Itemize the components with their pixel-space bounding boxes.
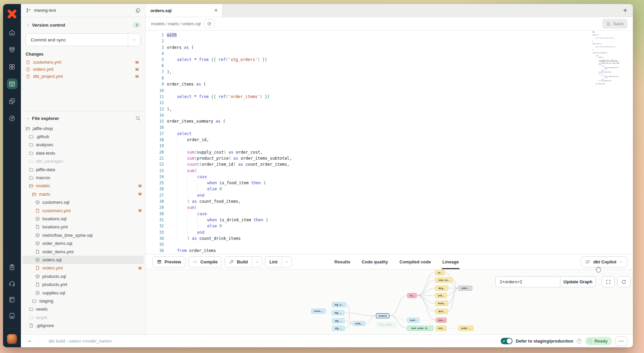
code-editor[interactable]: 1with23orders as (45select * from {{ ref… [146, 31, 633, 254]
refresh-button[interactable] [617, 276, 631, 287]
tree-item-products.yml[interactable]: products.yml [23, 280, 144, 288]
lineage-node[interactable]: larg... [435, 286, 448, 291]
tab-lineage[interactable]: Lineage [442, 254, 459, 269]
tree-item-.github[interactable]: .github [23, 132, 144, 140]
lineage-node[interactable]: ecom.... [311, 309, 326, 314]
lineage-node[interactable]: cus... [436, 318, 447, 323]
tab-orders-sql[interactable]: orders.sql × [146, 4, 223, 17]
tree-item-customers.yml[interactable]: customers.ymlM [23, 206, 144, 215]
tree-item-order_items.sql[interactable]: order_items.sql [23, 239, 144, 247]
lint-options-caret[interactable] [282, 257, 292, 267]
token: ) [187, 236, 189, 241]
file-explorer-header[interactable]: File explorer [21, 112, 145, 124]
tree-item-jaffle-shop[interactable]: jaffle-shop [23, 124, 144, 132]
close-icon[interactable]: × [214, 8, 217, 13]
lineage-node[interactable]: or... [435, 270, 445, 275]
open-in-lineage-button[interactable] [204, 19, 214, 28]
changed-file[interactable]: customers.ymlM [26, 59, 141, 66]
dbt-copilot-button[interactable]: dbt Copilot [581, 256, 627, 267]
lineage-node[interactable]: ord... [435, 293, 447, 298]
line-number: 4 [146, 51, 164, 57]
lineage-selector-input[interactable] [496, 277, 560, 287]
lineage-node[interactable]: drin... [435, 309, 448, 314]
nav-item-apps[interactable] [7, 61, 18, 72]
preview-button[interactable]: Preview [152, 256, 185, 267]
changed-file-name: dbt_project.yml [33, 74, 63, 79]
save-button[interactable]: Save [602, 19, 627, 29]
tree-item-locations.sql[interactable]: locations.sql [23, 215, 144, 223]
tree-item-customers.sql[interactable]: customers.sql [23, 198, 144, 206]
nav-item-docs[interactable] [7, 294, 18, 305]
tree-item-supplies.sql[interactable]: supplies.sql [23, 289, 144, 297]
new-tab-button[interactable]: + [623, 7, 627, 14]
lineage-node[interactable]: orders [376, 313, 389, 318]
tree-item-orders.yml[interactable]: orders.ymlM [23, 264, 144, 272]
nav-item-support[interactable] [7, 278, 18, 289]
commit-and-sync-button[interactable]: Commit and sync [26, 33, 141, 46]
tree-item-metricflow_time_spine.sql[interactable]: metricflow_time_spine.sql [23, 231, 144, 239]
info-icon[interactable]: ? [577, 339, 582, 344]
nav-item-orchestration[interactable] [7, 96, 18, 106]
nav-item-workspace[interactable] [7, 310, 18, 321]
lint-button[interactable]: Lint [265, 256, 292, 267]
lineage-node[interactable]: test_order_it... [407, 326, 433, 331]
lineage-node[interactable]: new_cu... [435, 278, 453, 283]
tab-compiled-code[interactable]: Compiled code [400, 254, 431, 269]
avatar[interactable] [7, 334, 17, 344]
tree-item-.gitignore[interactable]: .gitignore [23, 321, 144, 329]
more-options-button[interactable]: ··· [615, 336, 627, 346]
search-icon[interactable] [135, 116, 141, 121]
tab-results[interactable]: Results [334, 254, 350, 269]
nav-item-home[interactable] [7, 27, 18, 38]
dbt-logo-icon[interactable] [6, 8, 18, 20]
nav-item-ide[interactable] [7, 78, 18, 89]
lineage-node[interactable]: orde... [458, 286, 472, 291]
lineage-node[interactable]: stg_... [332, 326, 345, 331]
file-icon [35, 224, 40, 229]
nav-item-changelog[interactable] [7, 262, 18, 272]
duplicate-icon[interactable] [135, 8, 141, 13]
tab-code-quality[interactable]: Code quality [362, 254, 388, 269]
tree-item-jaffle-data[interactable]: jaffle-data [23, 165, 144, 173]
tree-item-data-tests[interactable]: data-tests [23, 149, 144, 157]
changed-file[interactable]: dbt_project.ymlM [26, 73, 141, 80]
tree-item-staging[interactable]: staging [23, 297, 144, 305]
fullscreen-button[interactable] [602, 276, 615, 287]
build-options-caret[interactable] [252, 257, 262, 267]
expand-command-bar-button[interactable] [21, 335, 38, 347]
changed-file[interactable]: orders.ymlM [26, 66, 141, 73]
tree-item-order_items.yml[interactable]: order_items.yml [23, 248, 144, 256]
nav-item-environments[interactable] [7, 44, 18, 55]
tree-item-locations.yml[interactable]: locations.yml [23, 223, 144, 231]
tree-item-marts[interactable]: martsM [23, 190, 144, 198]
compile-button[interactable]: Compile [188, 256, 222, 267]
lineage-node[interactable]: food... [435, 301, 448, 306]
tree-item-dbt_packages[interactable]: dbt_packages [23, 157, 144, 165]
tree-item-products.sql[interactable]: products.sql [23, 272, 144, 280]
lineage-node[interactable]: cust... [407, 318, 419, 323]
tree-item-macros[interactable]: macros [23, 173, 144, 182]
command-input[interactable]: dbt build --select <model_name> [49, 339, 112, 344]
lineage-node[interactable]: or... [407, 293, 417, 298]
lineage-node[interactable]: stg_... [332, 318, 345, 323]
tree-item-target[interactable]: target [23, 313, 144, 321]
nav-item-explore[interactable] [7, 113, 18, 124]
tree-item-orders.sql[interactable]: orders.sql [23, 256, 144, 264]
lineage-node[interactable]: orde... [353, 321, 365, 326]
tree-item-label: order_items.yml [42, 249, 74, 254]
lineage-node[interactable]: stg_... [332, 310, 344, 315]
tree-item-models[interactable]: modelsM [23, 182, 144, 190]
branch-row[interactable]: mwong-test [21, 4, 145, 17]
lineage-node[interactable]: order_... [459, 326, 473, 331]
tree-item-seeds[interactable]: seeds [23, 305, 144, 313]
lineage-node[interactable]: test_suppl... [377, 322, 396, 327]
tree-item-analyses[interactable]: analyses [23, 141, 144, 149]
defer-toggle[interactable] [501, 338, 513, 344]
lineage-node[interactable]: ord... [436, 326, 446, 331]
update-graph-button[interactable]: Update Graph [560, 277, 595, 287]
version-control-header[interactable]: Version control 3 [26, 21, 141, 29]
commit-options-caret[interactable] [128, 34, 140, 46]
line-number: 6 [146, 63, 164, 69]
build-button[interactable]: Build [225, 256, 262, 267]
lineage-node[interactable]: stg_o... [332, 302, 346, 307]
